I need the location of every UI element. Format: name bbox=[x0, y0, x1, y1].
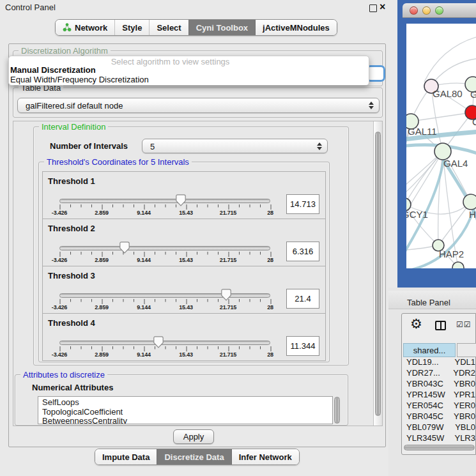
network-window-titlebar bbox=[403, 3, 476, 18]
threshold-label: Threshold 1 bbox=[48, 176, 95, 186]
threshold-value-field[interactable]: 11.344 bbox=[286, 336, 319, 356]
node-label-hap2: HAP2 bbox=[439, 249, 464, 259]
table-row[interactable]: YBL079WYBL0 bbox=[403, 422, 475, 433]
tab-impute-data[interactable]: Impute Data bbox=[95, 449, 157, 464]
interval-definition-group: Interval Definition Number of Intervals … bbox=[33, 127, 349, 365]
split-columns-icon[interactable] bbox=[435, 321, 446, 330]
threshold-slider-track[interactable] bbox=[59, 246, 270, 250]
tab-label: jActiveMNodules bbox=[263, 23, 330, 33]
network-window: GAL80GACGAL11GAL4GCY1HHAP2 bbox=[397, 0, 476, 288]
table-row[interactable]: YER054CYER0 bbox=[403, 401, 475, 411]
control-panel: Control Panel × NetworkStyleSelectCyni T… bbox=[0, 0, 388, 476]
interval-definition-title: Interval Definition bbox=[39, 122, 108, 132]
thresholds-group-title: Threshold's Coordinates for 5 Intervals bbox=[44, 157, 192, 167]
cell-name: YDR2 bbox=[450, 368, 475, 379]
bottom-tab-bar: Impute DataDiscretize DataInfer Network bbox=[95, 449, 300, 465]
node-label-c: C bbox=[472, 116, 476, 127]
float-window-icon[interactable] bbox=[369, 4, 377, 12]
tab-network[interactable]: Network bbox=[56, 20, 114, 35]
node-h[interactable] bbox=[463, 194, 476, 210]
network-canvas[interactable]: GAL80GACGAL11GAL4GCY1HHAP2 bbox=[406, 24, 476, 268]
minimize-traffic-light-icon[interactable] bbox=[422, 6, 431, 15]
threshold-panel-2: Threshold 2-3.4262.8599.14415.4321.71528… bbox=[42, 219, 326, 266]
cell-name: YPR1 bbox=[451, 390, 475, 401]
table-row[interactable]: YDL19...YDL1 bbox=[403, 357, 475, 368]
control-panel-titlebar: Control Panel × bbox=[0, 0, 388, 15]
cell-name: YDL1 bbox=[452, 357, 475, 368]
thresholds-group: Threshold's Coordinates for 5 Intervals … bbox=[38, 162, 330, 362]
table-row[interactable]: YLR345WYLR3 bbox=[403, 433, 475, 444]
tab-label: Discretize Data bbox=[164, 452, 224, 462]
dropdown-item-manual-discretization[interactable]: Manual Discretization bbox=[10, 65, 96, 75]
table-row[interactable]: YPR145WYPR1 bbox=[403, 390, 475, 401]
table-header-row: shared...na bbox=[403, 343, 476, 357]
tab-style[interactable]: Style bbox=[114, 20, 149, 35]
tab-label: Network bbox=[75, 23, 107, 33]
node-label-ga: GA bbox=[470, 89, 476, 100]
number-of-intervals-combobox[interactable]: 5 bbox=[142, 139, 328, 153]
threshold-panel-1: Threshold 1-3.4262.8599.14415.4321.71528… bbox=[42, 171, 326, 219]
threshold-label: Threshold 3 bbox=[48, 271, 95, 280]
table-row[interactable]: YBR043CYBR0 bbox=[403, 379, 475, 390]
attributes-group-title: Attributes to discretize bbox=[20, 370, 107, 380]
tab-jactivemnodules[interactable]: jActiveMNodules bbox=[255, 20, 337, 35]
spinner-arrows-icon bbox=[369, 102, 374, 109]
vertical-scrollbar-thumb[interactable] bbox=[375, 132, 381, 416]
top-tab-bar: NetworkStyleSelectCyni ToolboxjActiveMNo… bbox=[55, 19, 337, 36]
attributes-list-scrollbar[interactable] bbox=[334, 397, 340, 424]
table-row[interactable]: YBR045CYBR0 bbox=[403, 411, 475, 422]
attributes-group: Attributes to discretize Numerical Attri… bbox=[15, 374, 348, 426]
threshold-value-field[interactable]: 14.713 bbox=[286, 194, 319, 214]
tab-label: Select bbox=[157, 23, 181, 33]
cell-shared-name: YBR045C bbox=[403, 411, 451, 422]
numerical-attributes-label: Numerical Attributes bbox=[32, 383, 113, 392]
tab-label: Cyni Toolbox bbox=[196, 23, 248, 33]
threshold-value-field[interactable]: 21.4 bbox=[286, 289, 319, 309]
spinner-arrows-icon bbox=[317, 142, 322, 150]
cell-name: YBL0 bbox=[452, 422, 475, 433]
horizontal-scrollbar-thumb[interactable] bbox=[404, 445, 475, 450]
threshold-value-field[interactable]: 6.316 bbox=[286, 242, 319, 261]
threshold-slider-track[interactable] bbox=[59, 341, 270, 345]
close-icon[interactable]: × bbox=[380, 1, 385, 13]
threshold-slider-track[interactable] bbox=[59, 199, 270, 203]
tab-infer-network[interactable]: Infer Network bbox=[231, 449, 299, 464]
table-panel-header: Table Panel bbox=[388, 291, 476, 309]
cell-shared-name: YER054C bbox=[403, 401, 451, 411]
apply-button[interactable]: Apply bbox=[173, 429, 214, 444]
application-root: Control Panel × NetworkStyleSelectCyni T… bbox=[0, 0, 476, 476]
table-row[interactable]: YDR27...YDR2 bbox=[403, 368, 475, 379]
tab-cyni-toolbox[interactable]: Cyni Toolbox bbox=[188, 20, 255, 35]
tab-label: Impute Data bbox=[102, 452, 150, 462]
column-header-2[interactable]: na bbox=[457, 343, 476, 357]
attribute-item-selfloops[interactable]: SelfLoops bbox=[42, 398, 332, 408]
dropdown-item-equal-width-frequency-discretization[interactable]: Equal Width/Frequency Discretization bbox=[10, 75, 149, 84]
threshold-label: Threshold 4 bbox=[48, 318, 95, 328]
gear-icon[interactable]: ⚙ bbox=[410, 316, 422, 332]
tab-discretize-data[interactable]: Discretize Data bbox=[157, 449, 231, 464]
tab-select[interactable]: Select bbox=[149, 20, 188, 35]
threshold-slider-track[interactable] bbox=[59, 293, 270, 298]
cell-shared-name: YLR345W bbox=[403, 433, 452, 444]
numerical-attributes-list[interactable]: SelfLoopsTopologicalCoefficientBetweenne… bbox=[38, 396, 333, 424]
cell-shared-name: YDL19... bbox=[403, 357, 452, 368]
number-of-intervals-label: Number of Intervals bbox=[50, 141, 128, 151]
column-header-1[interactable]: shared... bbox=[403, 343, 456, 357]
network-graph: GAL80GACGAL11GAL4GCY1HHAP2 bbox=[406, 24, 476, 268]
node-label-gal11: GAL11 bbox=[408, 126, 437, 137]
cell-shared-name: YBR043C bbox=[403, 379, 451, 390]
attribute-item-betweennesscentrality[interactable]: BetweennessCentrality bbox=[42, 417, 332, 424]
cyni-toolbox-panel: Discretization Algorithm Table Data galF… bbox=[8, 43, 386, 447]
close-traffic-light-icon[interactable] bbox=[410, 6, 418, 15]
table-data-combobox[interactable]: galFiltered.sif default node bbox=[17, 98, 380, 113]
select-columns-icon[interactable]: ☑☑ bbox=[456, 320, 472, 329]
vertical-scrollbar[interactable] bbox=[373, 121, 383, 426]
threshold-label: Threshold 2 bbox=[48, 224, 95, 233]
attribute-item-topologicalcoefficient[interactable]: TopologicalCoefficient bbox=[42, 408, 332, 417]
zoom-traffic-light-icon[interactable] bbox=[435, 6, 443, 15]
node-bottom[interactable] bbox=[452, 262, 464, 268]
threshold-panel-3: Threshold 3-3.4262.8599.14415.4321.71528… bbox=[42, 266, 326, 314]
table-panel-region: Table Panel ⚙ ☑☑ shared...na YDL19...YDL… bbox=[388, 288, 476, 476]
settings-scrollpane: Interval Definition Number of Intervals … bbox=[13, 121, 383, 426]
network-graph-icon bbox=[63, 23, 72, 32]
